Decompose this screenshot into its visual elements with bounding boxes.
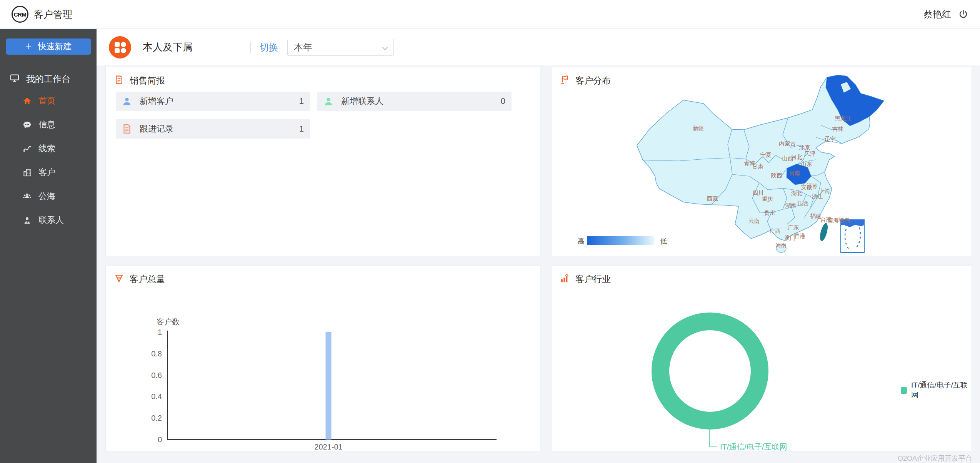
map-label-北京: 北京 xyxy=(799,144,811,150)
brief-card[interactable]: 跟进记录1 xyxy=(116,119,310,139)
sidebar: + 快速新建 我的工作台 首页信息线索客户公海联系人 xyxy=(0,29,97,463)
x-axis-tick-label: 2021-01 xyxy=(314,443,342,451)
map-label-江西: 江西 xyxy=(798,200,809,206)
brief-card-value: 1 xyxy=(299,96,304,106)
y-tick-label: 0.8 xyxy=(151,349,162,358)
switch-link[interactable]: 切换 xyxy=(260,41,278,53)
sidebar-item-label: 线索 xyxy=(38,143,55,154)
app-title: 客户管理 xyxy=(34,8,72,21)
sidebar-item-building[interactable]: 客户 xyxy=(0,160,97,184)
sidebar-item-label: 联系人 xyxy=(38,214,64,226)
sidebar-item-person[interactable]: 联系人 xyxy=(0,208,97,232)
map-label-内蒙古: 内蒙古 xyxy=(779,140,796,147)
funnel-icon xyxy=(114,274,124,285)
sidebar-item-route[interactable]: 线索 xyxy=(0,137,97,160)
map-label-吉林: 吉林 xyxy=(832,126,843,132)
monitor-icon xyxy=(10,74,19,85)
panel-customer-industry: IT/通信/电子/互联网 客户行业 IT/通信/电子/互联网 xyxy=(551,266,972,452)
flag-icon xyxy=(560,75,570,86)
map-label-辽宁: 辽宁 xyxy=(825,136,836,142)
y-tick-label: 0.6 xyxy=(151,371,162,379)
person-icon xyxy=(22,216,32,225)
map-label-广西: 广西 xyxy=(770,228,781,234)
power-logout-icon[interactable] xyxy=(958,9,968,20)
province-taiwan-highlight[interactable] xyxy=(818,222,829,242)
people-icon xyxy=(22,192,32,201)
y-tick-label: 1 xyxy=(158,328,162,336)
grid-icon xyxy=(109,36,131,59)
period-select[interactable]: 本年 xyxy=(287,39,394,56)
vertical-divider xyxy=(250,42,251,53)
legend-high-label: 高 xyxy=(578,237,585,245)
panel-title-sales-brief: 销售简报 xyxy=(130,75,165,87)
user-name[interactable]: 蔡艳红 xyxy=(923,8,951,20)
map-label-湖南: 湖南 xyxy=(785,202,797,209)
panel-title-customer-distribution: 客户分布 xyxy=(575,75,611,87)
app-brand: CRM 客户管理 xyxy=(12,6,72,23)
map-label-重庆: 重庆 xyxy=(762,196,773,202)
map-label-湖北: 湖北 xyxy=(791,190,803,196)
map-label-江苏: 江苏 xyxy=(807,183,818,189)
panel-title-customer-total: 客户总量 xyxy=(130,273,165,285)
y-tick-label: 0.4 xyxy=(151,392,162,401)
sidebar-menu: 首页信息线索客户公海联系人 xyxy=(0,89,97,232)
map-label-贵州: 贵州 xyxy=(764,210,775,216)
sidebar-workspace[interactable]: 我的工作台 xyxy=(10,73,97,85)
brief-card-value: 0 xyxy=(501,96,505,106)
user-icon xyxy=(122,96,132,106)
bars xyxy=(326,332,332,440)
report-doc-icon xyxy=(114,75,124,86)
message-icon xyxy=(22,120,32,129)
quick-create-button[interactable]: + 快速新建 xyxy=(6,38,91,55)
china-map-chart[interactable]: 新疆黑龙江吉林辽宁内蒙古北京天津宁夏山西河北山东青海甘肃陕西河南安徽江苏上海湖北… xyxy=(552,67,972,257)
donut-callout-label: IT/通信/电子/互联网 xyxy=(720,443,787,451)
y-axis-ticks: 00.20.40.60.81 xyxy=(151,328,162,444)
map-label-甘肃: 甘肃 xyxy=(752,163,764,169)
map-label-海南: 海南 xyxy=(776,242,787,249)
map-label-河北: 河北 xyxy=(791,154,803,160)
topbar: CRM 客户管理 蔡艳红 xyxy=(0,0,980,29)
y-tick-label: 0.2 xyxy=(151,414,162,422)
map-visual-legend: 高 低 xyxy=(578,236,667,245)
donut-slice-it[interactable] xyxy=(660,321,760,421)
brief-card-label: 新增客户 xyxy=(140,95,173,107)
map-label-新疆: 新疆 xyxy=(693,125,704,131)
map-label-黑龙江: 黑龙江 xyxy=(835,115,852,121)
footer-brand: O2OA企业应用开发平台 xyxy=(898,454,972,463)
legend-gradient-bar xyxy=(587,236,654,245)
workspace-label: 我的工作台 xyxy=(26,73,70,85)
period-value: 本年 xyxy=(294,41,312,53)
bar-chart-ylabel: 客户数 xyxy=(157,318,180,326)
map-label-福建: 福建 xyxy=(810,213,822,219)
sidebar-item-people[interactable]: 公海 xyxy=(0,184,97,208)
brief-card[interactable]: 新增客户1 xyxy=(116,92,310,111)
sidebar-item-label: 信息 xyxy=(38,119,55,130)
map-label-广东: 广东 xyxy=(788,224,799,231)
bar-chart-icon xyxy=(560,274,570,285)
map-label-四川: 四川 xyxy=(753,190,764,196)
bar-2021-01[interactable] xyxy=(326,332,332,440)
chevron-down-icon xyxy=(382,42,388,53)
route-icon xyxy=(22,144,32,153)
sidebar-item-message[interactable]: 信息 xyxy=(0,113,97,137)
user-icon xyxy=(323,96,333,106)
map-label-云南: 云南 xyxy=(749,218,760,224)
brief-card-label: 新增联系人 xyxy=(341,95,383,107)
home-icon xyxy=(22,97,32,105)
panel-title-customer-industry: 客户行业 xyxy=(575,273,611,285)
industry-legend-label: IT/通信/电子/互联网 xyxy=(911,380,972,400)
y-tick-label: 0 xyxy=(158,435,162,444)
panel-customer-distribution: 客户分布 xyxy=(551,67,972,256)
brief-card[interactable]: 新增联系人0 xyxy=(317,92,512,111)
crm-logo-icon: CRM xyxy=(12,6,28,23)
customer-total-bar-chart[interactable]: 客户数 00.20.40.60.81 2021-01 xyxy=(106,266,541,452)
map-label-南海诸岛: 南海诸岛 xyxy=(828,217,850,223)
map-label-西藏: 西藏 xyxy=(707,196,718,202)
customer-industry-donut-chart[interactable]: IT/通信/电子/互联网 xyxy=(552,266,972,452)
industry-legend-item[interactable]: IT/通信/电子/互联网 xyxy=(901,380,972,400)
sidebar-item-label: 首页 xyxy=(38,95,55,107)
scope-label: 本人及下属 xyxy=(143,40,193,54)
sidebar-item-home[interactable]: 首页 xyxy=(0,89,97,113)
legend-low-label: 低 xyxy=(660,237,667,245)
building-icon xyxy=(22,168,32,177)
